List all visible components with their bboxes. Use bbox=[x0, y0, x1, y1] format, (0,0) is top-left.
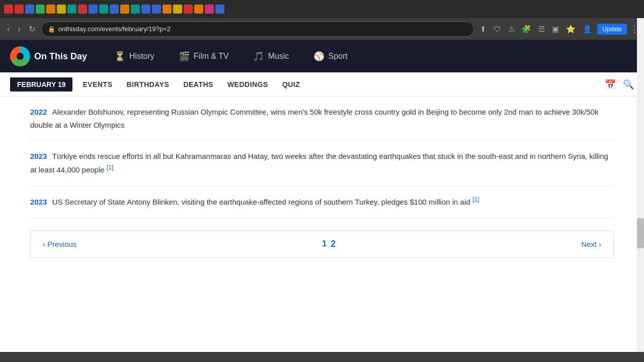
date-badge: FEBRUARY 19 bbox=[10, 77, 72, 92]
tab-favicon[interactable] bbox=[131, 5, 140, 14]
logo-inner bbox=[17, 53, 24, 60]
profile-icon[interactable]: 👤 bbox=[581, 23, 594, 36]
alert-icon[interactable]: ⚠ bbox=[506, 23, 517, 36]
next-label: Next bbox=[581, 240, 597, 248]
toolbar-right: ⬆ 🛡 ⚠ 🧩 ☰ ▣ ⭐ 👤 Update ⋮ bbox=[478, 23, 639, 36]
sub-nav-deaths[interactable]: DEATHS bbox=[183, 80, 213, 88]
sub-nav-weddings[interactable]: WEDDINGS bbox=[227, 80, 268, 88]
scrollbar-thumb[interactable] bbox=[637, 218, 644, 248]
scrollbar-track bbox=[637, 18, 644, 270]
event-item: 2022 Alexander Bolshunov, representing R… bbox=[30, 97, 614, 141]
previous-label: Previous bbox=[47, 240, 76, 248]
tab-favicon[interactable] bbox=[4, 5, 13, 14]
back-button[interactable]: ‹ bbox=[5, 23, 12, 36]
tab-favicon[interactable] bbox=[152, 5, 161, 14]
pagination: ‹ Previous 1 2 Next › bbox=[30, 230, 614, 258]
tab-favicon[interactable] bbox=[194, 5, 203, 14]
bookmark-icon[interactable]: ⭐ bbox=[564, 23, 578, 36]
tab-favicon[interactable] bbox=[205, 5, 214, 14]
tab-favicon[interactable] bbox=[141, 5, 150, 14]
tab-favicon[interactable] bbox=[110, 5, 119, 14]
event-year: 2023 bbox=[30, 152, 47, 160]
tab-favicon[interactable] bbox=[184, 5, 193, 14]
nav-label-sport: Sport bbox=[329, 52, 348, 61]
history-icon: ⏳ bbox=[114, 51, 125, 62]
site-logo[interactable]: On This Day bbox=[10, 46, 87, 66]
sub-nav-left: FEBRUARY 19 EVENTS BIRTHDAYS DEATHS WEDD… bbox=[10, 77, 300, 92]
page-number-1[interactable]: 1 bbox=[322, 239, 327, 248]
nav-label-history: History bbox=[129, 52, 154, 61]
menu-icon[interactable]: ☰ bbox=[536, 23, 547, 36]
nav-item-music[interactable]: 🎵 Music bbox=[241, 40, 301, 72]
nav-label-film: Film & TV bbox=[194, 52, 229, 61]
page-number-2[interactable]: 2 bbox=[331, 239, 336, 249]
sub-nav-events[interactable]: EVENTS bbox=[83, 80, 112, 88]
event-text: Alexander Bolshunov, representing Russia… bbox=[30, 108, 598, 129]
main-content: 2022 Alexander Bolshunov, representing R… bbox=[0, 97, 644, 258]
previous-page-button[interactable]: ‹ Previous bbox=[43, 240, 76, 248]
event-year: 2023 bbox=[30, 198, 47, 206]
sub-nav-right: 📅 🔍 bbox=[605, 79, 634, 90]
tab-favicon[interactable] bbox=[36, 5, 45, 14]
event-item: 2023 US Secretary of State Antony Blinke… bbox=[30, 186, 614, 218]
next-page-button[interactable]: Next › bbox=[581, 240, 601, 248]
music-icon: 🎵 bbox=[253, 51, 264, 62]
nav-item-film[interactable]: 🎬 Film & TV bbox=[167, 40, 241, 72]
tab-favicon[interactable] bbox=[78, 5, 87, 14]
tab-favicon[interactable] bbox=[25, 5, 34, 14]
sidebar-icon[interactable]: ▣ bbox=[550, 23, 561, 36]
tab-favicon[interactable] bbox=[89, 5, 98, 14]
forward-button[interactable]: › bbox=[16, 23, 22, 36]
tab-favicon[interactable] bbox=[67, 5, 76, 14]
sub-nav-quiz[interactable]: QUIZ bbox=[282, 80, 300, 88]
film-icon: 🎬 bbox=[179, 51, 190, 62]
page-numbers: 1 2 bbox=[322, 239, 336, 249]
lock-icon: 🔒 bbox=[48, 26, 55, 33]
sub-nav-links: EVENTS BIRTHDAYS DEATHS WEDDINGS QUIZ bbox=[83, 80, 300, 88]
tab-favicon[interactable] bbox=[46, 5, 55, 14]
sub-nav-birthdays[interactable]: BIRTHDAYS bbox=[126, 80, 169, 88]
chevron-left-icon: ‹ bbox=[43, 240, 45, 248]
nav-item-sport[interactable]: ⚾ Sport bbox=[301, 40, 360, 72]
tab-favicon[interactable] bbox=[215, 5, 224, 14]
event-year: 2022 bbox=[30, 108, 47, 116]
search-icon[interactable]: 🔍 bbox=[623, 79, 634, 90]
logo-text: On This Day bbox=[34, 51, 87, 62]
nav-label-music: Music bbox=[268, 52, 289, 61]
update-button[interactable]: Update bbox=[597, 24, 627, 35]
event-item: 2023 Türkiye ends rescue efforts in all … bbox=[30, 141, 614, 186]
main-nav: ⏳ History 🎬 Film & TV 🎵 Music ⚾ Sport bbox=[102, 40, 360, 72]
tab-favicon[interactable] bbox=[120, 5, 129, 14]
extensions-icon[interactable]: 🧩 bbox=[520, 23, 533, 36]
tab-favicon[interactable] bbox=[163, 5, 172, 14]
logo-circle-icon bbox=[10, 46, 30, 66]
chevron-right-icon: › bbox=[599, 240, 601, 248]
address-bar[interactable]: 🔒 onthisday.com/events/february/19?p=2 bbox=[41, 22, 474, 37]
browser-toolbar: ‹ › ↻ 🔒 onthisday.com/events/february/19… bbox=[0, 18, 644, 40]
refresh-button[interactable]: ↻ bbox=[27, 22, 37, 36]
tab-favicon[interactable] bbox=[57, 5, 66, 14]
share-icon[interactable]: ⬆ bbox=[478, 23, 489, 36]
sub-navigation: FEBRUARY 19 EVENTS BIRTHDAYS DEATHS WEDD… bbox=[0, 72, 644, 97]
sport-icon: ⚾ bbox=[313, 51, 325, 62]
tab-favicon[interactable] bbox=[15, 5, 24, 14]
event-ref[interactable]: [1] bbox=[107, 164, 113, 171]
calendar-icon[interactable]: 📅 bbox=[605, 79, 616, 90]
event-ref[interactable]: [1] bbox=[472, 196, 479, 203]
event-text: Türkiye ends rescue efforts in all but K… bbox=[30, 152, 608, 174]
nav-item-history[interactable]: ⏳ History bbox=[102, 40, 167, 72]
address-text: onthisday.com/events/february/19?p=2 bbox=[58, 25, 171, 33]
browser-tabs bbox=[0, 0, 644, 18]
site-navigation: On This Day ⏳ History 🎬 Film & TV 🎵 Musi… bbox=[0, 40, 644, 72]
event-text: US Secretary of State Antony Blinken, vi… bbox=[52, 198, 470, 206]
tab-favicon[interactable] bbox=[173, 5, 182, 14]
tab-list bbox=[4, 5, 224, 14]
shield-icon[interactable]: 🛡 bbox=[492, 23, 503, 35]
tab-favicon[interactable] bbox=[99, 5, 108, 14]
